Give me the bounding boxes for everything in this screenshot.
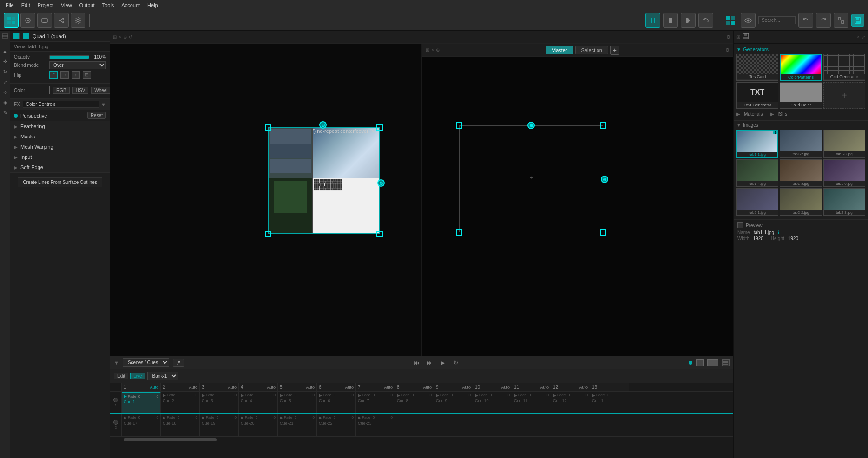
cue-12[interactable]: ▶Fade: 00 Cue-12 [551, 392, 590, 413]
pointer-btn[interactable]: ▲ [1, 47, 9, 55]
scale-btn[interactable]: ⤢ [1, 78, 9, 86]
menu-edit[interactable]: Edit [18, 1, 34, 9]
img-tab1-1[interactable]: 1 tab1-1.jpg [736, 130, 778, 158]
cue-19[interactable]: ▶Fade: 00 Cue-19 [200, 414, 239, 436]
fx-value[interactable]: Color Controls [23, 101, 99, 108]
mask-btn[interactable]: ◈ [1, 98, 9, 106]
create-lines-btn[interactable]: Create Lines From Surface Outlines [18, 177, 102, 187]
tl-icon[interactable]: ⊞ [113, 34, 117, 39]
rp-corner-br[interactable] [600, 229, 606, 236]
warp-btn[interactable]: ⊹ [1, 88, 9, 96]
masks-section[interactable]: ▶ Masks [10, 131, 110, 142]
menu-account[interactable]: Account [118, 1, 144, 9]
view-medium-btn[interactable] [707, 359, 718, 366]
perspective-reset-btn[interactable]: Reset [87, 112, 106, 119]
isfs-arrow[interactable]: ▶ [770, 111, 774, 117]
cue-2[interactable]: ▶Fade: 00 Cue-2 [161, 392, 200, 413]
img-tab1-2[interactable]: tab1-2.jpg [780, 130, 822, 158]
view-small-btn[interactable] [696, 359, 704, 366]
gen-testcard[interactable]: TestCard [736, 54, 778, 81]
edit-btn[interactable]: Edit [114, 373, 128, 379]
gen-colorpatterns[interactable]: ColorPatterns [780, 54, 822, 81]
cue-20[interactable]: ▶Fade: 00 Cue-20 [239, 414, 278, 436]
search-input[interactable] [758, 16, 796, 24]
menu-help[interactable]: Help [144, 1, 162, 9]
corner-handle-tr[interactable] [376, 124, 383, 131]
cue-11[interactable]: ▶Fade: 00 Cue-11 [512, 392, 551, 413]
input-section[interactable]: ▶ Input [10, 152, 110, 162]
rotate-btn[interactable]: ↻ [1, 67, 9, 76]
preview-checkbox[interactable] [737, 222, 743, 228]
handle-top-center[interactable]: ⊕ [319, 121, 327, 129]
layer-toggle[interactable] [13, 33, 20, 39]
cue-13[interactable]: ▶Fade: 1 Cue-1 [590, 392, 629, 413]
rp-gear[interactable]: ⚙ [725, 47, 730, 52]
blend-mode-select[interactable]: Over [49, 61, 106, 69]
cue-7[interactable]: ▶Fade: 00 Cue-7 [356, 392, 395, 413]
layer-btn[interactable] [1, 33, 9, 41]
gen-text[interactable]: TXT Text Generator [736, 82, 778, 109]
img-tab1-6[interactable]: tab1-6.jpg [823, 159, 865, 187]
rp-handle-top[interactable]: ⊕ [527, 122, 535, 129]
fx-arrow[interactable]: ▼ [101, 102, 106, 107]
cue-18[interactable]: ▶Fade: 00 Cue-18 [161, 414, 200, 436]
stop-btn[interactable] [663, 13, 678, 28]
img-tab1-4[interactable]: tab1-4.jpg [736, 159, 778, 187]
img-tab2-3[interactable]: tab2-3.jpg [823, 188, 865, 216]
cue-21[interactable]: ▶Fade: 00 Cue-21 [278, 414, 317, 436]
pause-btn[interactable] [645, 13, 660, 28]
rp-handle-right[interactable]: ⊕ [601, 176, 608, 183]
sync-btn[interactable]: ↻ [451, 358, 460, 367]
skip-back-btn[interactable]: ⏮ [412, 358, 421, 367]
soft-edge-section[interactable]: ▶ Soft-Edge [10, 162, 110, 172]
save-btn[interactable] [851, 14, 864, 27]
gen-solid[interactable]: Solid Color [780, 82, 822, 109]
menu-tools[interactable]: Tools [99, 1, 118, 9]
rp-corner-tl[interactable] [456, 122, 462, 129]
open-editor-btn[interactable]: ↗ [173, 359, 184, 367]
rp-corner-bl[interactable] [456, 229, 462, 236]
cue-9[interactable]: ▶Fade: 00 Cue-9 [434, 392, 473, 413]
fullscreen-btn[interactable] [834, 13, 848, 28]
hsv-btn[interactable]: HSV [72, 87, 89, 94]
rp-expand-icon[interactable]: ⤢ [861, 34, 865, 39]
img-tab1-3[interactable]: tab1-3.jpg [823, 130, 865, 158]
scenes-dropdown[interactable]: Scenes / Cues [123, 358, 169, 367]
rp-add[interactable]: ⊕ [436, 47, 440, 52]
wheel-btn[interactable]: Wheel [91, 87, 110, 94]
cue-8[interactable]: ▶Fade: 00 Cue-8 [395, 392, 434, 413]
redo-btn[interactable] [816, 13, 831, 28]
corner-handle-tl[interactable] [265, 124, 271, 131]
tl-close[interactable]: × [118, 34, 121, 39]
materials-arrow[interactable]: ▶ [736, 111, 740, 117]
gen-grid[interactable]: Grid Generator [823, 54, 865, 81]
eye-btn[interactable] [741, 13, 756, 28]
cue-23[interactable]: ▶Fade: 00 Cue-23 [356, 414, 395, 436]
menu-output[interactable]: Output [76, 1, 99, 9]
corner-handle-br[interactable] [376, 231, 383, 237]
gen-add-btn[interactable]: + [823, 82, 865, 109]
bank-dropdown[interactable]: Bank-1 [147, 372, 178, 380]
step-back-btn[interactable]: ⏭ [425, 358, 434, 367]
mesh-warping-section[interactable]: ▶ Mesh Warping [10, 142, 110, 152]
handle-right-middle[interactable]: ⊕ [377, 179, 385, 187]
images-arrow[interactable]: ▼ [736, 123, 741, 128]
output-btn[interactable] [37, 13, 52, 28]
rgb-btn[interactable]: RGB [53, 87, 70, 94]
live-btn[interactable]: Live [130, 373, 145, 379]
cue-17[interactable]: ▶Fade: 00 Cue-17 [122, 414, 161, 436]
tl-gear[interactable]: ⚙ [726, 34, 730, 39]
rp-icon[interactable]: ⊞ [426, 47, 429, 52]
img-tab2-2[interactable]: tab2-2.jpg [780, 188, 822, 216]
cue-4[interactable]: ▶Fade: 00 Cue-4 [239, 392, 278, 413]
menu-view[interactable]: View [57, 1, 76, 9]
tl-settings[interactable]: ↺ [129, 34, 132, 39]
flip-d-btn[interactable]: ⊟ [83, 71, 91, 79]
undo-btn[interactable] [698, 13, 713, 28]
play-btn[interactable]: ▶ [438, 358, 447, 367]
settings-btn[interactable] [71, 13, 85, 28]
generators-arrow[interactable]: ▼ [736, 47, 741, 52]
flip-f-btn[interactable]: F [49, 71, 58, 79]
feathering-section[interactable]: ▶ Feathering [10, 121, 110, 131]
isfs-label[interactable]: ISFs [778, 111, 788, 117]
